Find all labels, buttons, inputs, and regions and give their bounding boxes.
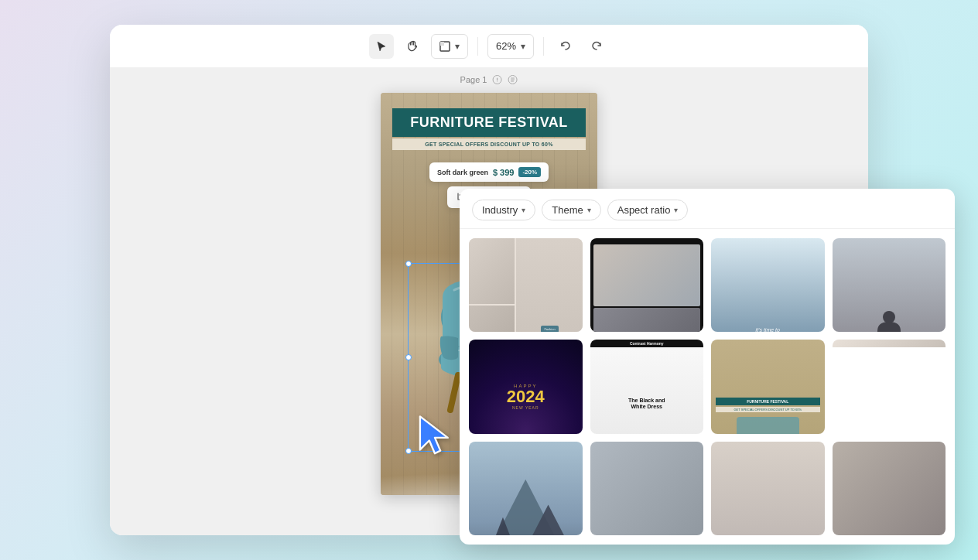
cursor-indicator bbox=[415, 415, 454, 460]
svg-point-9 bbox=[883, 311, 895, 323]
template-item[interactable]: Room Interior Design bbox=[833, 340, 946, 433]
template-panel: Industry ▾ Theme ▾ Aspect ratio ▾ bbox=[460, 189, 955, 545]
template-item[interactable]: FURNITURE FESTIVAL GET SPECIAL OFFERS DI… bbox=[711, 340, 825, 433]
template-thumbnail bbox=[469, 442, 583, 535]
template-item[interactable]: Fashion New FashionCOLLECTION @brand Min… bbox=[469, 238, 583, 332]
industry-chevron: ▾ bbox=[521, 206, 525, 214]
industry-label: Industry bbox=[482, 204, 518, 216]
template-item[interactable]: Mountain Landscape bbox=[469, 442, 583, 535]
template-item[interactable]: Minimalist Collage Instagra... bbox=[590, 238, 704, 332]
template-thumbnail: Contrast Harmony The Black andWhite Dres… bbox=[590, 340, 704, 433]
price-value: $ 399 bbox=[493, 168, 515, 177]
svg-rect-1 bbox=[440, 42, 444, 46]
template-item[interactable]: Contrast Harmony The Black andWhite Dres… bbox=[590, 340, 704, 433]
template-item[interactable]: Wallpaper Creative Poster M... bbox=[833, 238, 946, 332]
theme-filter[interactable]: Theme ▾ bbox=[542, 200, 600, 220]
templates-grid: Fashion New FashionCOLLECTION @brand Min… bbox=[460, 229, 955, 545]
template-thumbnail: it's time to TRAVEL www.capcut.com bbox=[711, 238, 825, 332]
zoom-dropdown[interactable]: 62% ▾ bbox=[487, 34, 534, 59]
undo-button[interactable] bbox=[553, 34, 578, 59]
theme-chevron: ▾ bbox=[587, 206, 591, 214]
template-thumbnail: FURNITURE FESTIVAL GET SPECIAL OFFERS DI… bbox=[711, 340, 825, 433]
frame-dropdown[interactable]: ▾ bbox=[431, 34, 468, 59]
template-thumbnail bbox=[833, 442, 946, 535]
aspect-label: Aspect ratio bbox=[617, 204, 671, 216]
select-tool-button[interactable] bbox=[369, 34, 394, 59]
aspect-filter[interactable]: Aspect ratio ▾ bbox=[607, 200, 689, 220]
discount-badge: -20% bbox=[518, 167, 541, 177]
move-tool-button[interactable] bbox=[400, 34, 425, 59]
template-thumbnail: CreativeDesign bbox=[590, 442, 704, 535]
zoom-label: 62% bbox=[496, 40, 516, 52]
template-item[interactable]: HAPPY 2024 NEW YEAR Happy New Year Greet… bbox=[469, 340, 583, 433]
main-container: ▾ 62% ▾ Pa bbox=[0, 0, 978, 560]
template-thumbnail: Fashion New FashionCOLLECTION @brand bbox=[469, 238, 583, 332]
template-item[interactable]: Street Style bbox=[833, 442, 946, 535]
festival-subtitle: GET SPECIAL OFFERS DISCOUNT UP TO 60% bbox=[392, 138, 586, 150]
template-thumbnail bbox=[833, 340, 946, 433]
price-label: Soft dark green bbox=[437, 169, 488, 176]
redo-button[interactable] bbox=[584, 34, 609, 59]
template-item[interactable]: it's time to TRAVEL www.capcut.com TRAVE… bbox=[711, 238, 825, 332]
theme-label: Theme bbox=[552, 204, 583, 216]
festival-title: FURNITURE FESTIVAL bbox=[392, 108, 586, 137]
page-label: Page 1 bbox=[460, 74, 518, 85]
template-item[interactable]: CreativeDesign Creative Poster bbox=[590, 442, 704, 535]
filter-bar: Industry ▾ Theme ▾ Aspect ratio ▾ bbox=[460, 189, 955, 229]
price-tag[interactable]: Soft dark green $ 399 -20% bbox=[429, 162, 549, 182]
toolbar: ▾ 62% ▾ bbox=[110, 25, 868, 68]
template-thumbnail: HAPPY 2024 NEW YEAR bbox=[469, 340, 583, 433]
aspect-chevron: ▾ bbox=[674, 206, 678, 214]
svg-point-3 bbox=[497, 80, 498, 81]
template-thumbnail bbox=[590, 238, 704, 332]
template-thumbnail bbox=[833, 238, 946, 332]
industry-filter[interactable]: Industry ▾ bbox=[472, 200, 535, 220]
template-item[interactable]: FashionCollection Fashion Collection bbox=[711, 442, 825, 535]
template-thumbnail: FashionCollection bbox=[711, 442, 825, 535]
